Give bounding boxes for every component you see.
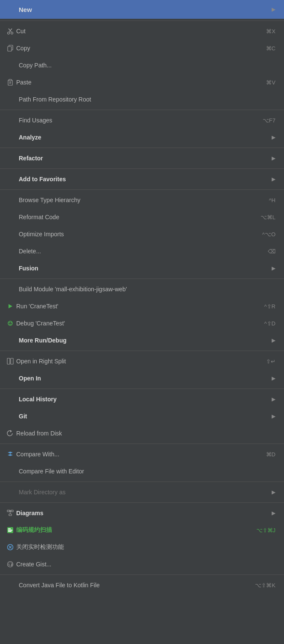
menu-item-cut[interactable]: Cut⌘X — [0, 23, 284, 40]
menu-item-compare-file-editor[interactable]: Compare File with Editor — [0, 463, 284, 480]
menu-item-local-history[interactable]: Local History▶ — [0, 391, 284, 408]
menu-separator — [0, 189, 284, 190]
menu-item-shortcut: ⌥⇧⌘K — [255, 582, 275, 589]
submenu-arrow-icon: ▶ — [272, 375, 275, 381]
menu-item-open-in[interactable]: Open In▶ — [0, 370, 284, 387]
menu-item-delete[interactable]: Delete...⌫ — [0, 243, 284, 260]
submenu-arrow-icon: ▶ — [272, 510, 275, 516]
menu-item-compare-with[interactable]: Compare With...⌘D — [0, 446, 284, 463]
menu-item-label: Open in Right Split — [16, 358, 258, 365]
menu-item-diagrams[interactable]: Diagrams▶ — [0, 505, 284, 522]
menu-item-find-usages[interactable]: Find Usages⌥F7 — [0, 112, 284, 129]
menu-item-copy-path[interactable]: Copy Path... — [0, 57, 284, 74]
svg-line-4 — [9, 31, 10, 32]
menu-item-label: Add to Favorites — [19, 176, 267, 183]
menu-item-label: Paste — [16, 79, 258, 86]
menu-item-run-cranetest[interactable]: Run 'CraneTest'^⇧R — [0, 298, 284, 315]
menu-item-shortcut: ⌘D — [266, 451, 275, 458]
menu-separator — [0, 482, 284, 482]
menu-item-refactor[interactable]: Refactor▶ — [0, 150, 284, 167]
menu-item-open-right-split[interactable]: Open in Right Split⇧↵ — [0, 353, 284, 370]
close-circle-icon — [4, 544, 16, 551]
run-icon — [4, 303, 16, 309]
menu-item-shortcut: ⌥F7 — [263, 117, 275, 124]
svg-point-16 — [11, 322, 12, 323]
submenu-arrow-icon: ▶ — [272, 337, 275, 343]
menu-item-label: 编码规约扫描 — [16, 526, 248, 534]
github-icon — [4, 561, 16, 568]
menu-item-label: Copy Path... — [19, 62, 275, 69]
✂-icon — [4, 28, 16, 35]
menu-item-label: Reformat Code — [19, 214, 252, 220]
menu-item-label: Local History — [19, 396, 267, 403]
menu-item-browse-type-hierarchy[interactable]: Browse Type Hierarchy^H — [0, 191, 284, 209]
menu-separator — [0, 351, 284, 351]
menu-item-copy[interactable]: Copy⌘C — [0, 40, 284, 57]
menu-item-shortcut: ⇧↵ — [266, 358, 275, 365]
menu-item-label: Git — [19, 413, 267, 420]
menu-item-convert-java-kotlin[interactable]: Convert Java File to Kotlin File⌥⇧⌘K — [0, 577, 284, 594]
menu-item-shortcut: ⌥⇧⌘J — [256, 527, 276, 534]
menu-item-label: More Run/Debug — [19, 337, 267, 344]
menu-item-label: Compare File with Editor — [19, 468, 275, 475]
menu-item-reformat-code[interactable]: Reformat Code⌥⌘L — [0, 209, 284, 226]
menu-item-label: Find Usages — [19, 117, 254, 124]
svg-marker-19 — [10, 430, 12, 432]
menu-item-label: Refactor — [19, 155, 267, 162]
menu-separator — [0, 278, 284, 279]
📋-icon — [4, 45, 16, 52]
menu-item-label: Copy — [16, 45, 258, 52]
svg-rect-29 — [8, 528, 11, 529]
menu-separator — [0, 444, 284, 444]
menu-item-create-gist[interactable]: Create Gist... — [0, 556, 284, 573]
menu-separator — [0, 168, 284, 169]
menu-item-debug-cranetest[interactable]: Debug 'CraneTest'^⇧D — [0, 315, 284, 332]
menu-separator — [0, 20, 284, 21]
svg-point-14 — [8, 321, 12, 325]
menu-item-coding-scan[interactable]: 编码规约扫描⌥⇧⌘J — [0, 522, 284, 539]
menu-item-shortcut: ⌫ — [268, 248, 275, 255]
menu-item-path-from-repo[interactable]: Path From Repository Root — [0, 91, 284, 108]
menu-item-shortcut: ^⇧D — [264, 320, 276, 327]
submenu-arrow-icon: ▶ — [272, 134, 275, 140]
submenu-arrow-icon: ▶ — [272, 396, 275, 402]
menu-separator — [0, 574, 284, 575]
svg-rect-18 — [11, 358, 13, 364]
menu-item-close-realtime[interactable]: 关闭实时检测功能 — [0, 539, 284, 556]
svg-marker-13 — [9, 304, 12, 308]
menu-item-build-module[interactable]: Build Module 'mall-exhibition-jigsaw-web… — [0, 281, 284, 298]
menu-item-shortcut: ^⌥O — [262, 231, 275, 238]
📄-icon — [4, 79, 16, 86]
context-menu: New▶Cut⌘XCopy⌘CCopy Path...Paste⌘VPath F… — [0, 0, 284, 594]
menu-item-optimize-imports[interactable]: Optimize Imports^⌥O — [0, 226, 284, 243]
menu-item-analyze[interactable]: Analyze▶ — [0, 129, 284, 146]
submenu-arrow-icon: ▶ — [272, 265, 275, 271]
menu-item-label: Convert Java File to Kotlin File — [19, 582, 246, 589]
menu-item-new[interactable]: New▶ — [0, 0, 284, 19]
menu-item-fusion[interactable]: Fusion▶ — [0, 260, 284, 277]
submenu-arrow-icon: ▶ — [272, 413, 275, 419]
submenu-arrow-icon: ▶ — [272, 489, 275, 495]
menu-item-label: New — [19, 6, 267, 13]
menu-separator — [0, 502, 284, 503]
menu-item-reload-disk[interactable]: Reload from Disk — [0, 425, 284, 442]
menu-item-label: Optimize Imports — [19, 231, 254, 238]
menu-item-add-favorites[interactable]: Add to Favorites▶ — [0, 171, 284, 188]
menu-item-paste[interactable]: Paste⌘V — [0, 74, 284, 91]
menu-item-label: Compare With... — [16, 451, 258, 458]
diagrams-icon — [4, 510, 16, 516]
menu-separator — [0, 389, 284, 389]
menu-item-label: Path From Repository Root — [19, 96, 275, 103]
menu-item-git[interactable]: Git▶ — [0, 408, 284, 425]
menu-item-label: Debug 'CraneTest' — [16, 320, 256, 327]
menu-item-more-run-debug[interactable]: More Run/Debug▶ — [0, 332, 284, 349]
menu-item-label: Browse Type Hierarchy — [19, 197, 261, 203]
menu-item-label: Delete... — [19, 248, 259, 255]
submenu-arrow-icon: ▶ — [272, 176, 275, 182]
svg-point-15 — [9, 322, 10, 323]
svg-rect-17 — [7, 358, 10, 364]
menu-item-shortcut: ⌘X — [266, 28, 275, 35]
compare-icon — [4, 451, 16, 458]
menu-item-label: Open In — [19, 375, 267, 382]
menu-item-label: Create Gist... — [16, 561, 275, 568]
